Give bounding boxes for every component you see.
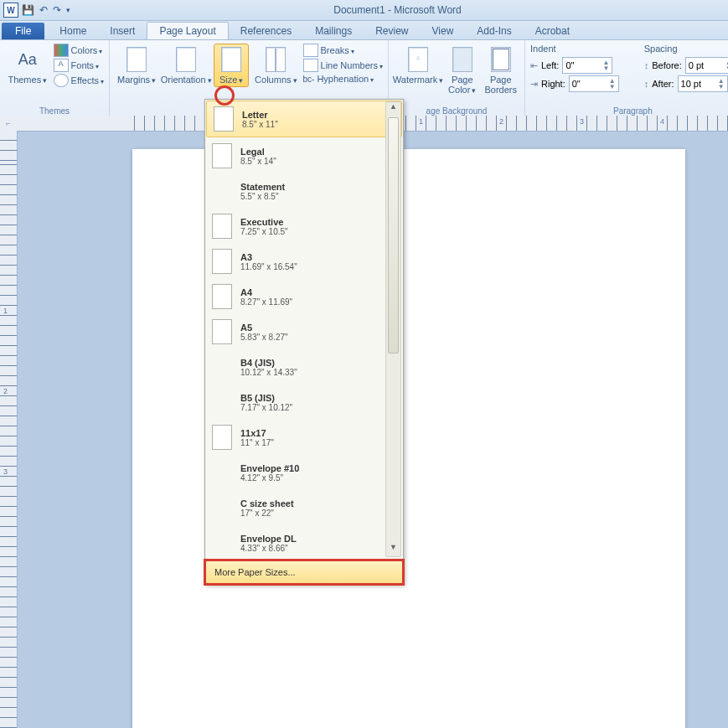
size-option-c-size-sheet[interactable]: C size sheet17" x 22" [205, 490, 403, 525]
fonts-button[interactable]: AFonts [54, 59, 104, 72]
size-button[interactable]: Size [214, 44, 249, 87]
tab-mailings[interactable]: Mailings [303, 23, 364, 39]
tab-acrobat[interactable]: Acrobat [524, 23, 581, 39]
size-option-name: B5 (JIS) [240, 393, 292, 403]
ribbon: Aa Themes Colors AFonts Effects Themes M… [0, 40, 728, 118]
highlight-circle [214, 85, 235, 106]
undo-icon[interactable]: ↶ [39, 4, 48, 16]
size-option-a4[interactable]: A48.27" x 11.69" [205, 279, 403, 314]
group-themes-label: Themes [5, 106, 104, 116]
size-option-a3[interactable]: A311.69" x 16.54" [205, 244, 403, 279]
effects-button[interactable]: Effects [54, 74, 104, 87]
size-option-dimensions: 11" x 17" [240, 438, 274, 447]
spacing-label: Spacing [644, 44, 728, 54]
size-option-name: Envelope DL [240, 534, 297, 544]
hyphenation-button[interactable]: bc‐Hyphenation [303, 74, 383, 84]
size-option-envelope-10[interactable]: Envelope #104.12" x 9.5" [205, 455, 403, 490]
page-thumb-icon [212, 425, 232, 450]
group-paragraph-label: Paragraph [530, 106, 728, 116]
page-thumb-icon [212, 319, 232, 344]
group-paragraph: Indent ⇤ Left: 0"▲▼ ⇥ Right: 0"▲▼ Spacin… [525, 40, 728, 117]
page-thumb-icon [212, 284, 232, 309]
size-option-dimensions: 8.5" x 14" [240, 157, 276, 166]
page-borders-button[interactable]: Page Borders [482, 44, 519, 97]
breaks-button[interactable]: Breaks [303, 44, 383, 57]
page-color-button[interactable]: Page Color [446, 44, 478, 97]
size-option-name: Statement [240, 182, 285, 192]
ribbon-tabs: File Home Insert Page Layout References … [0, 21, 728, 40]
group-page-background-label: age Background [394, 106, 519, 116]
page-thumb-icon [212, 143, 232, 168]
page-thumb-icon [214, 106, 234, 132]
orientation-button[interactable]: Orientation [162, 44, 210, 87]
spacing-before-label: Before: [652, 60, 681, 70]
spacing-before-input[interactable]: 0 pt▲▼ [685, 57, 728, 74]
indent-left-input[interactable]: 0"▲▼ [562, 57, 612, 74]
tab-references[interactable]: References [229, 23, 303, 39]
size-option-a5[interactable]: A55.83" x 8.27" [205, 314, 403, 349]
size-option-b5-jis-[interactable]: B5 (JIS)7.17" x 10.12" [205, 385, 403, 420]
tab-view[interactable]: View [421, 23, 466, 39]
size-option-statement[interactable]: Statement5.5" x 8.5" [205, 173, 403, 209]
size-option-executive[interactable]: Executive7.25" x 10.5" [205, 209, 403, 244]
size-option-dimensions: 4.12" x 9.5" [240, 473, 299, 483]
scroll-up-icon[interactable]: ▲ [386, 102, 400, 116]
watermark-button[interactable]: A Watermark [394, 44, 442, 87]
size-option-dimensions: 7.17" x 10.12" [240, 403, 292, 412]
size-option-name: C size sheet [240, 498, 294, 509]
page-thumb-icon [212, 214, 232, 239]
size-option-name: Letter [242, 110, 278, 120]
tab-page-layout[interactable]: Page Layout [147, 22, 228, 39]
dropdown-scrollbar[interactable]: ▲ ▼ [385, 101, 401, 557]
size-option-name: B4 (JIS) [240, 358, 297, 368]
size-option-dimensions: 7.25" x 10.5" [240, 227, 288, 236]
page-thumb-icon [212, 249, 232, 274]
scroll-thumb[interactable] [388, 117, 399, 354]
more-paper-sizes-button[interactable]: More Paper Sizes... [204, 559, 405, 586]
spacing-before-icon: ↕ [644, 60, 649, 70]
tab-add-ins[interactable]: Add-Ins [465, 23, 523, 39]
spacing-after-input[interactable]: 10 pt▲▼ [678, 75, 728, 92]
size-option-name: Executive [240, 217, 288, 227]
size-dropdown: Letter8.5" x 11"Legal8.5" x 14"Statement… [204, 99, 404, 585]
size-option-name: A4 [240, 287, 292, 297]
indent-label: Indent [530, 44, 619, 54]
size-option-name: Envelope #10 [240, 463, 299, 473]
margins-button[interactable]: Margins [115, 44, 158, 87]
title-bar: W 💾 ↶ ↷ ▾ Document1 - Microsoft Word [0, 0, 728, 21]
spacing-after-icon: ↕ [644, 79, 649, 89]
size-option-b4-jis-[interactable]: B4 (JIS)10.12" x 14.33" [205, 349, 403, 385]
indent-left-label: Left: [541, 60, 559, 70]
tab-home[interactable]: Home [48, 23, 98, 39]
indent-right-input[interactable]: 0"▲▼ [569, 75, 619, 92]
tab-review[interactable]: Review [364, 23, 420, 39]
size-option-envelope-dl[interactable]: Envelope DL4.33" x 8.66" [205, 525, 403, 560]
indent-left-icon: ⇤ [530, 60, 538, 71]
scroll-down-icon[interactable]: ▼ [386, 543, 400, 556]
window-title: Document1 - Microsoft Word [70, 4, 725, 16]
ruler-corner: ⌐ [0, 116, 18, 132]
size-option-letter[interactable]: Letter8.5" x 11" [206, 101, 402, 137]
quick-access-toolbar: 💾 ↶ ↷ ▾ [22, 4, 70, 16]
word-app-icon: W [3, 3, 18, 18]
group-themes: Aa Themes Colors AFonts Effects Themes [0, 40, 110, 117]
size-option-dimensions: 17" x 22" [240, 509, 294, 518]
indent-right-icon: ⇥ [530, 79, 538, 90]
size-option-11x17[interactable]: 11x1711" x 17" [205, 420, 403, 455]
themes-button[interactable]: Aa Themes [5, 44, 50, 87]
line-numbers-button[interactable]: Line Numbers [303, 59, 383, 72]
size-option-name: Legal [240, 147, 276, 157]
columns-button[interactable]: Columns [252, 44, 299, 87]
tab-insert[interactable]: Insert [98, 23, 147, 39]
colors-button[interactable]: Colors [54, 44, 104, 57]
tab-file[interactable]: File [2, 23, 44, 39]
size-option-dimensions: 11.69" x 16.54" [240, 262, 297, 271]
size-option-name: A5 [240, 323, 288, 333]
size-option-dimensions: 10.12" x 14.33" [240, 368, 297, 377]
size-option-name: A3 [240, 252, 297, 262]
size-option-legal[interactable]: Legal8.5" x 14" [205, 138, 403, 173]
size-option-dimensions: 4.33" x 8.66" [240, 544, 297, 553]
save-icon[interactable]: 💾 [22, 4, 34, 16]
redo-icon[interactable]: ↷ [53, 4, 61, 16]
vertical-ruler[interactable]: 1 2 3 [0, 131, 18, 728]
